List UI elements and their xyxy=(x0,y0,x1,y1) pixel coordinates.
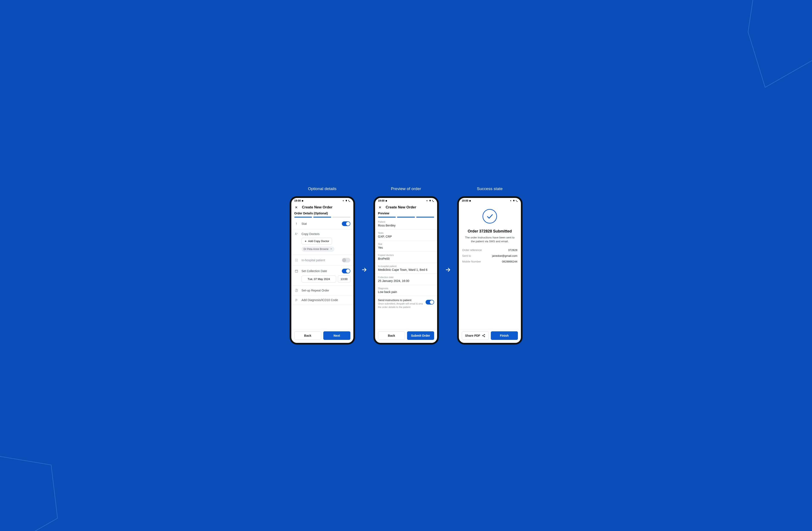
collection-time-field[interactable]: 13:00 xyxy=(338,276,350,282)
status-time: 19:00 xyxy=(294,199,301,202)
next-button[interactable]: Next xyxy=(323,331,350,340)
column-title-success: Success state xyxy=(477,187,503,191)
success-subtitle: The order instructions have been sent to… xyxy=(462,236,518,244)
copy-doctors-label: Copy Doctors xyxy=(302,232,350,236)
people-icon xyxy=(294,232,299,236)
add-copy-doctor-label: Add Copy Doctor xyxy=(308,239,329,243)
submit-order-button[interactable]: Submit Order xyxy=(407,331,434,340)
calendar-icon xyxy=(294,269,299,273)
svg-point-1 xyxy=(296,225,296,225)
hospital-icon xyxy=(294,259,299,262)
phone-success: 19:00 Order 372828 Submitted The order i… xyxy=(457,196,523,344)
back-button[interactable]: Back xyxy=(378,331,405,340)
success-title: Order 372828 Submitted xyxy=(468,229,512,234)
chip-remove-icon[interactable] xyxy=(330,248,332,251)
phone-icon xyxy=(348,200,350,202)
section-title: Order Details (Optional) xyxy=(291,211,353,217)
kv-order-ref: Order reference372828 xyxy=(462,247,518,253)
send-instructions-sub: Once submitted, Ampath will email & sms … xyxy=(378,302,423,309)
svg-point-2 xyxy=(295,233,296,234)
status-dot-icon xyxy=(469,200,471,202)
list-icon xyxy=(294,298,299,302)
add-diagnosis-label[interactable]: Add Diagnosis/ICD10 Code xyxy=(302,298,350,302)
progress-bar xyxy=(291,217,353,218)
check-circle-icon xyxy=(482,209,497,223)
stat-label: Stat xyxy=(302,222,339,225)
status-bar: 19:00 xyxy=(375,198,437,204)
preview-row-tests: TestsGXP, CRP xyxy=(375,230,437,240)
repeat-icon xyxy=(294,289,299,292)
status-icons xyxy=(510,200,518,202)
send-instructions-toggle[interactable] xyxy=(425,300,434,305)
stat-toggle[interactable] xyxy=(342,221,350,226)
close-icon[interactable] xyxy=(378,205,382,209)
arrow-icon xyxy=(445,267,451,273)
collection-date-field[interactable]: Tue, 07 May 2024 xyxy=(302,276,336,282)
repeat-order-label[interactable]: Set-up Repeat Order xyxy=(302,289,350,292)
priority-icon xyxy=(294,222,299,225)
close-icon[interactable] xyxy=(294,205,298,209)
preview-row-hospital: In-hospital patientMediclinic Cape Town,… xyxy=(375,263,437,274)
page-title: Create New Order xyxy=(302,205,333,209)
preview-row-collection: Collection date25 January 2024, 16:00 xyxy=(375,274,437,285)
kv-sent-to: Sent tojanedoe@gmail.com xyxy=(462,253,518,259)
location-icon xyxy=(345,200,347,202)
column-title-optional: Optional details xyxy=(308,187,336,191)
doctor-chip-label: Dr Peta-Anne Browne xyxy=(304,248,329,251)
volume-icon xyxy=(343,200,345,202)
status-icons xyxy=(343,200,350,202)
phone-preview: 19:00 Create New Order Preview PatientRo… xyxy=(373,196,439,344)
status-dot-icon xyxy=(386,200,387,202)
share-pdf-button[interactable]: Share PDF xyxy=(462,331,489,340)
doctor-chip: Dr Peta-Anne Browne xyxy=(302,247,335,252)
status-bar: 19:00 xyxy=(459,198,521,204)
preview-row-patient: PatientRoss Bentley xyxy=(375,218,437,230)
in-hospital-label: In-hospital patient xyxy=(302,259,339,262)
svg-rect-4 xyxy=(295,270,298,272)
share-icon xyxy=(482,334,485,337)
progress-bar xyxy=(375,217,437,218)
kv-mobile: Mobile Number0828866244 xyxy=(462,259,518,264)
arrow-icon xyxy=(361,267,367,273)
send-instructions-title: Send instructions to patient xyxy=(378,298,423,302)
svg-rect-0 xyxy=(296,223,296,224)
back-button[interactable]: Back xyxy=(294,331,321,340)
collection-date-label: Set Collection Date xyxy=(302,269,339,273)
preview-row-stat: StatYes xyxy=(375,240,437,252)
status-dot-icon xyxy=(302,200,303,202)
phone-optional-details: 19:00 Create New Order Order Details (Op… xyxy=(290,196,355,344)
add-copy-doctor-button[interactable]: Add Copy Doctor xyxy=(302,238,332,245)
page-title: Create New Order xyxy=(386,205,417,209)
column-title-preview: Preview of order xyxy=(391,187,421,191)
status-time: 19:00 xyxy=(462,199,468,202)
status-icons xyxy=(426,200,434,202)
preview-row-copied: Copied doctorsBroPe00 xyxy=(375,252,437,263)
status-bar: 19:00 xyxy=(291,198,353,204)
collection-date-toggle[interactable] xyxy=(342,269,350,274)
in-hospital-toggle[interactable] xyxy=(342,258,350,263)
preview-row-diagnosis: DiagnosisLow back pain xyxy=(375,285,437,296)
share-pdf-label: Share PDF xyxy=(465,334,480,337)
finish-button[interactable]: Finish xyxy=(491,331,518,340)
status-time: 19:00 xyxy=(378,199,385,202)
section-title: Preview xyxy=(375,211,437,217)
